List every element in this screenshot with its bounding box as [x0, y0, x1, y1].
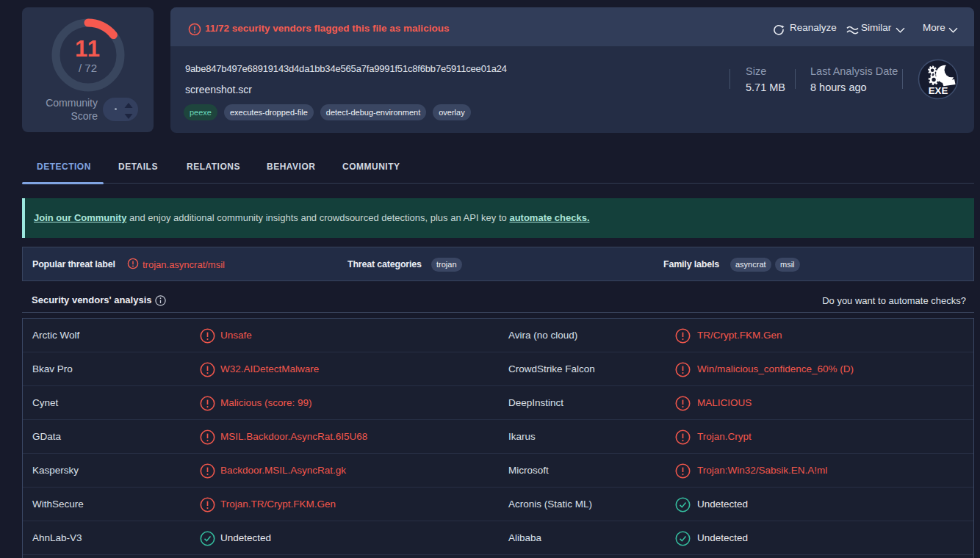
svg-text:EXE: EXE — [929, 85, 948, 96]
